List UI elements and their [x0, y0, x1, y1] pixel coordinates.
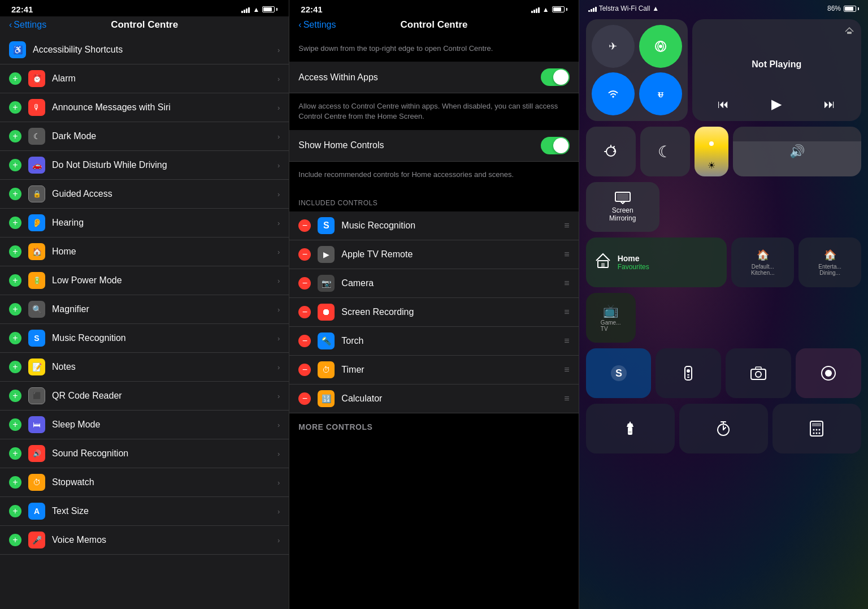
list-item[interactable]: + 📝 Notes ›: [0, 353, 289, 382]
airplane-mode-btn[interactable]: ✈: [592, 25, 635, 68]
list-item[interactable]: + 🛏 Sleep Mode ›: [0, 411, 289, 439]
brightness-slider[interactable]: ☀: [695, 127, 728, 176]
add-qr-btn[interactable]: +: [9, 390, 21, 402]
add-lowpower-btn[interactable]: +: [9, 274, 21, 287]
camera-label: Camera: [341, 278, 557, 288]
list-item[interactable]: + ⏰ Alarm ›: [0, 64, 289, 93]
control-item-music-rec[interactable]: − S Music Recognition ≡: [289, 211, 578, 240]
show-home-controls-toggle[interactable]: [541, 137, 570, 154]
remove-camera-btn[interactable]: −: [298, 277, 311, 290]
remove-apple-tv-btn[interactable]: −: [298, 248, 311, 261]
list-item[interactable]: + 🏠 Home ›: [0, 237, 289, 266]
home-room-icon: 🏠: [757, 249, 769, 261]
rewind-btn[interactable]: ⏮: [718, 98, 729, 111]
control-item-apple-tv[interactable]: − ▶ Apple TV Remote ≡: [289, 240, 578, 269]
list-item[interactable]: + 🎙 Announce Messages with Siri ›: [0, 93, 289, 122]
add-alarm-btn[interactable]: +: [9, 72, 21, 85]
cc-playback-controls[interactable]: ⏮ ▶ ⏭: [692, 87, 861, 121]
bluetooth-btn[interactable]: ᵾ: [639, 72, 682, 115]
sleep-icon: 🛏: [28, 416, 45, 433]
list-item[interactable]: + S Music Recognition ›: [0, 324, 289, 353]
add-dnd-btn[interactable]: +: [9, 159, 21, 171]
play-btn[interactable]: ▶: [771, 96, 782, 112]
list-item[interactable]: + A Text Size ›: [0, 497, 289, 526]
list-item[interactable]: + 🚗 Do Not Disturb While Driving ›: [0, 151, 289, 180]
drag-handle-icon[interactable]: ≡: [564, 307, 569, 317]
cc-row2: ☾ ☀ 🔊: [586, 127, 861, 176]
control-item-torch[interactable]: − 🔦 Torch ≡: [289, 327, 578, 356]
chevron-right-icon: ›: [277, 190, 280, 198]
cc-row3-spacer: [664, 182, 861, 232]
shazam-btn[interactable]: S: [586, 348, 652, 398]
remote-btn[interactable]: [656, 348, 721, 398]
remove-timer-btn[interactable]: −: [298, 364, 311, 376]
screen-mirroring-btn[interactable]: ScreenMirroring: [586, 182, 659, 232]
fast-forward-btn[interactable]: ⏭: [824, 98, 835, 111]
add-musicrec-btn[interactable]: +: [9, 332, 21, 344]
add-voicememo-btn[interactable]: +: [9, 534, 21, 546]
remove-torch-btn[interactable]: −: [298, 335, 311, 347]
list-item[interactable]: + 🎤 Voice Memos ›: [0, 526, 289, 555]
drag-handle-icon[interactable]: ≡: [564, 336, 569, 346]
wifi-btn[interactable]: [592, 72, 635, 115]
home-room-default-btn[interactable]: 🏠 Default...Kitchen...: [731, 237, 794, 287]
add-hearing-btn[interactable]: +: [9, 217, 21, 229]
home-favourites-btn[interactable]: Home Favourites: [586, 237, 727, 287]
control-item-calculator[interactable]: − 🔢 Calculator ≡: [289, 385, 578, 413]
calculator-btn[interactable]: [772, 404, 861, 453]
phone2-back-btn[interactable]: ‹ Settings: [298, 20, 336, 30]
list-item[interactable]: + ⬛ QR Code Reader ›: [0, 382, 289, 411]
drag-handle-icon[interactable]: ≡: [564, 249, 569, 260]
list-item[interactable]: + 🔊 Sound Recognition ›: [0, 439, 289, 468]
volume-slider[interactable]: 🔊: [733, 127, 861, 176]
drag-handle-icon[interactable]: ≡: [564, 278, 569, 288]
game-tv-label: Game...TV: [601, 319, 621, 332]
alarm-icon: ⏰: [28, 70, 45, 87]
camera-btn[interactable]: [726, 348, 791, 398]
add-magnifier-btn[interactable]: +: [9, 303, 21, 316]
access-within-apps-toggle[interactable]: [541, 68, 570, 86]
add-notes-btn[interactable]: +: [9, 361, 21, 373]
do-not-disturb-btn[interactable]: ☾: [640, 127, 690, 176]
svg-rect-8: [601, 263, 605, 267]
screen-rec-btn[interactable]: [796, 348, 861, 398]
cellular-data-btn[interactable]: [639, 25, 682, 68]
phone1-back-btn[interactable]: ‹ Settings: [9, 20, 46, 30]
list-item[interactable]: + ⏱ Stopwatch ›: [0, 468, 289, 497]
add-guided-btn[interactable]: +: [9, 188, 21, 200]
cc-now-playing[interactable]: Not Playing ⏮ ▶ ⏭: [692, 19, 861, 121]
phone1-settings-list-scroll[interactable]: ♿ Accessibility Shortcuts › + ⏰ Alarm › …: [0, 36, 289, 609]
remove-calculator-btn[interactable]: −: [298, 392, 311, 405]
add-stopwatch-btn[interactable]: +: [9, 476, 21, 489]
torch-btn[interactable]: [586, 404, 675, 453]
add-sleep-btn[interactable]: +: [9, 418, 21, 431]
list-item[interactable]: ♿ Accessibility Shortcuts ›: [0, 36, 289, 64]
airplay-icon[interactable]: [844, 25, 854, 37]
add-announce-btn[interactable]: +: [9, 101, 21, 114]
add-darkmode-btn[interactable]: +: [9, 130, 21, 142]
orientation-lock-btn[interactable]: [586, 127, 636, 176]
list-item[interactable]: + ☾ Dark Mode ›: [0, 122, 289, 151]
control-item-camera[interactable]: − 📷 Camera ≡: [289, 269, 578, 298]
control-item-screen-rec[interactable]: − ⏺ Screen Recording ≡: [289, 298, 578, 327]
phone2-content[interactable]: Swipe down from the top-right edge to op…: [289, 36, 578, 609]
cc-connectivity-block[interactable]: ✈: [586, 19, 688, 121]
timer-btn[interactable]: [679, 404, 768, 453]
add-textsize-btn[interactable]: +: [9, 505, 21, 517]
add-sound-btn[interactable]: +: [9, 447, 21, 460]
list-item[interactable]: + 👂 Hearing ›: [0, 209, 289, 237]
game-tv-btn[interactable]: 📺 Game...TV: [586, 293, 636, 343]
home-room-entertain-btn[interactable]: 🏠 Enterta...Dining...: [798, 237, 861, 287]
remove-music-rec-btn[interactable]: −: [298, 219, 311, 232]
drag-handle-icon[interactable]: ≡: [564, 365, 569, 375]
list-item[interactable]: + 🔍 Magnifier ›: [0, 295, 289, 324]
list-item[interactable]: + 🔒 Guided Access ›: [0, 180, 289, 209]
show-home-controls-row[interactable]: Show Home Controls: [289, 130, 578, 162]
remove-screen-rec-btn[interactable]: −: [298, 306, 311, 318]
drag-handle-icon[interactable]: ≡: [564, 221, 569, 231]
drag-handle-icon[interactable]: ≡: [564, 394, 569, 404]
add-home-btn[interactable]: +: [9, 245, 21, 258]
control-item-timer[interactable]: − ⏱ Timer ≡: [289, 356, 578, 385]
access-within-apps-row[interactable]: Access Within Apps: [289, 62, 578, 93]
list-item[interactable]: + 🔋 Low Power Mode ›: [0, 266, 289, 295]
